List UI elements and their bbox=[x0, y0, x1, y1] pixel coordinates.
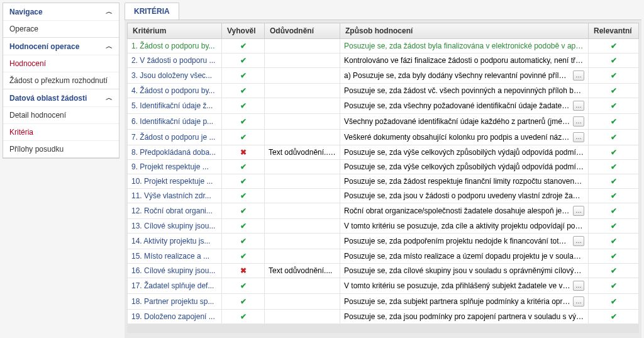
more-button[interactable]: … bbox=[573, 281, 584, 291]
sidebar-item-operace[interactable]: Operace bbox=[3, 20, 119, 37]
cell-oduvodneni[interactable] bbox=[265, 234, 340, 249]
zpusob-text: Posuzuje se, zda jsou v žádosti o podpor… bbox=[344, 191, 584, 200]
sidebar-item-detail[interactable]: Detail hodnocení bbox=[3, 106, 119, 123]
cell-kriterium[interactable]: 8. Předpokládaná doba... bbox=[128, 145, 222, 160]
cell-oduvodneni[interactable] bbox=[265, 249, 340, 264]
more-button[interactable]: … bbox=[573, 296, 584, 307]
zpusob-text: Posuzuje se, zda výše celkových způsobil… bbox=[344, 162, 584, 171]
sidebar-item-hodnoceni[interactable]: Hodnocení bbox=[3, 55, 119, 72]
cell-kriterium[interactable]: 15. Místo realizace a ... bbox=[128, 249, 222, 264]
cell-oduvodneni[interactable] bbox=[265, 310, 340, 324]
check-icon: ✔ bbox=[592, 71, 635, 80]
cell-zpusob: Posuzuje se, zda žádost vč. všech povinn… bbox=[340, 84, 589, 98]
more-button[interactable]: … bbox=[573, 206, 584, 216]
table-row[interactable]: 5. Identifikační údaje ž...✔Posuzuje se,… bbox=[128, 98, 639, 114]
check-icon: ✔ bbox=[226, 86, 260, 95]
table-row[interactable]: 10. Projekt respektuje ...✔Posuzuje se, … bbox=[128, 174, 639, 189]
cell-relevantni: ✔ bbox=[589, 189, 639, 203]
table-row[interactable]: 13. Cílové skupiny jsou...✔V tomto krité… bbox=[128, 219, 639, 234]
cell-kriterium[interactable]: 1. Žádost o podporu by... bbox=[128, 39, 222, 54]
check-icon: ✔ bbox=[226, 312, 260, 321]
cell-oduvodneni[interactable] bbox=[265, 219, 340, 234]
cell-oduvodneni[interactable] bbox=[265, 174, 340, 189]
col-kriterium[interactable]: Kritérium bbox=[128, 23, 222, 39]
cell-kriterium[interactable]: 17. Žadatel splňuje def... bbox=[128, 278, 222, 294]
cell-kriterium[interactable]: 6. Identifikační údaje p... bbox=[128, 114, 222, 130]
table-row[interactable]: 19. Doloženo zapojení ...✔Posuzuje se, z… bbox=[128, 310, 639, 324]
cell-zpusob: Posuzuje se, zda jsou podmínky pro zapoj… bbox=[340, 310, 589, 324]
table-row[interactable]: 8. Předpokládaná doba...✖Text odůvodnění… bbox=[128, 145, 639, 160]
cell-kriterium[interactable]: 13. Cílové skupiny jsou... bbox=[128, 219, 222, 234]
table-row[interactable]: 6. Identifikační údaje p...✔Všechny poža… bbox=[128, 114, 639, 130]
cell-oduvodneni[interactable] bbox=[265, 68, 340, 84]
table-row[interactable]: 9. Projekt respektuje ...✔Posuzuje se, z… bbox=[128, 160, 639, 174]
cell-oduvodneni[interactable] bbox=[265, 160, 340, 174]
cell-kriterium[interactable]: 12. Roční obrat organi... bbox=[128, 203, 222, 219]
table-row[interactable]: 15. Místo realizace a ...✔Posuzuje se, z… bbox=[128, 249, 639, 264]
check-icon: ✔ bbox=[592, 266, 635, 275]
cell-oduvodneni[interactable] bbox=[265, 98, 340, 114]
cell-oduvodneni[interactable] bbox=[265, 114, 340, 130]
cell-kriterium[interactable]: 16. Cílové skupiny jsou... bbox=[128, 264, 222, 278]
col-relevantni[interactable]: Relevantní bbox=[589, 23, 639, 39]
cell-vyhovel: ✔ bbox=[222, 249, 265, 264]
cell-vyhovel: ✔ bbox=[222, 160, 265, 174]
cell-kriterium[interactable]: 2. V žádosti o podporu ... bbox=[128, 54, 222, 68]
sidebar-item-kriteria[interactable]: Kritéria bbox=[3, 123, 119, 140]
cell-kriterium[interactable]: 5. Identifikační údaje ž... bbox=[128, 98, 222, 114]
cell-oduvodneni[interactable] bbox=[265, 84, 340, 98]
cell-relevantni: ✔ bbox=[589, 98, 639, 114]
cell-kriterium[interactable]: 18. Partner projektu sp... bbox=[128, 294, 222, 310]
table-row[interactable]: 2. V žádosti o podporu ...✔Kontrolováno … bbox=[128, 54, 639, 68]
table-row[interactable]: 11. Výše vlastních zdr...✔Posuzuje se, z… bbox=[128, 189, 639, 203]
table-row[interactable]: 16. Cílové skupiny jsou...✖Text odůvodně… bbox=[128, 264, 639, 278]
cell-oduvodneni[interactable] bbox=[265, 54, 340, 68]
sidebar-item-prezkum[interactable]: Žádost o přezkum rozhodnutí bbox=[3, 72, 119, 89]
cell-kriterium[interactable]: 19. Doloženo zapojení ... bbox=[128, 310, 222, 324]
col-vyhovel[interactable]: Vyhověl bbox=[222, 23, 265, 39]
cell-oduvodneni[interactable] bbox=[265, 39, 340, 54]
more-button[interactable]: … bbox=[573, 70, 584, 81]
more-button[interactable]: … bbox=[573, 132, 584, 142]
cell-oduvodneni[interactable] bbox=[265, 294, 340, 310]
cell-kriterium[interactable]: 11. Výše vlastních zdr... bbox=[128, 189, 222, 203]
table-row[interactable]: 4. Žádost o podporu by...✔Posuzuje se, z… bbox=[128, 84, 639, 98]
cell-oduvodneni[interactable] bbox=[265, 130, 340, 145]
table-row[interactable]: 14. Aktivity projektu js...✔Posuzuje se,… bbox=[128, 234, 639, 249]
more-button[interactable]: … bbox=[573, 116, 584, 127]
more-button[interactable]: … bbox=[573, 101, 584, 111]
cell-vyhovel: ✖ bbox=[222, 145, 265, 160]
cell-oduvodneni[interactable] bbox=[265, 203, 340, 219]
cell-kriterium[interactable]: 9. Projekt respektuje ... bbox=[128, 160, 222, 174]
cell-zpusob: Posuzuje se, zda žádost byla finalizován… bbox=[340, 39, 589, 54]
sidebar-item-prilohy[interactable]: Přílohy posudku bbox=[3, 140, 119, 157]
table-row[interactable]: 1. Žádost o podporu by...✔Posuzuje se, z… bbox=[128, 39, 639, 54]
more-button[interactable]: … bbox=[573, 236, 584, 246]
check-icon: ✔ bbox=[226, 133, 260, 142]
cell-zpusob: Roční obrat organizace/společnosti žadat… bbox=[340, 203, 589, 219]
table-row[interactable]: 18. Partner projektu sp...✔Posuzuje se, … bbox=[128, 294, 639, 310]
cell-oduvodneni[interactable] bbox=[265, 189, 340, 203]
datova-header-label: Datová oblast žádosti bbox=[9, 94, 87, 103]
cell-oduvodneni[interactable]: Text odůvodnění...... bbox=[265, 145, 340, 160]
cell-kriterium[interactable]: 14. Aktivity projektu js... bbox=[128, 234, 222, 249]
cell-vyhovel: ✔ bbox=[222, 234, 265, 249]
table-row[interactable]: 17. Žadatel splňuje def...✔V tomto krité… bbox=[128, 278, 639, 294]
check-icon: ✔ bbox=[226, 117, 260, 126]
hodnoceni-header[interactable]: Hodnocení operace ︿ bbox=[3, 38, 119, 55]
table-row[interactable]: 3. Jsou doloženy všec...✔a) Posuzuje se,… bbox=[128, 68, 639, 84]
col-zpusob[interactable]: Způsob hodnocení bbox=[340, 23, 589, 39]
cell-kriterium[interactable]: 7. Žádost o podporu je ... bbox=[128, 130, 222, 145]
cell-kriterium[interactable]: 10. Projekt respektuje ... bbox=[128, 174, 222, 189]
cell-oduvodneni[interactable]: Text odůvodnění.... bbox=[265, 264, 340, 278]
col-oduvodneni[interactable]: Odůvodnění bbox=[265, 23, 340, 39]
cell-kriterium[interactable]: 3. Jsou doloženy všec... bbox=[128, 68, 222, 84]
table-row[interactable]: 7. Žádost o podporu je ...✔Veškeré dokum… bbox=[128, 130, 639, 145]
tab-kriteria[interactable]: KRITÉRIA bbox=[125, 3, 179, 20]
cell-oduvodneni[interactable] bbox=[265, 278, 340, 294]
datova-header[interactable]: Datová oblast žádosti ︿ bbox=[3, 89, 119, 106]
table-row[interactable]: 12. Roční obrat organi...✔Roční obrat or… bbox=[128, 203, 639, 219]
zpusob-text: Posuzuje se, zda všechny požadované iden… bbox=[344, 101, 570, 110]
cell-kriterium[interactable]: 4. Žádost o podporu by... bbox=[128, 84, 222, 98]
nav-header[interactable]: Navigace ︿ bbox=[3, 3, 119, 20]
